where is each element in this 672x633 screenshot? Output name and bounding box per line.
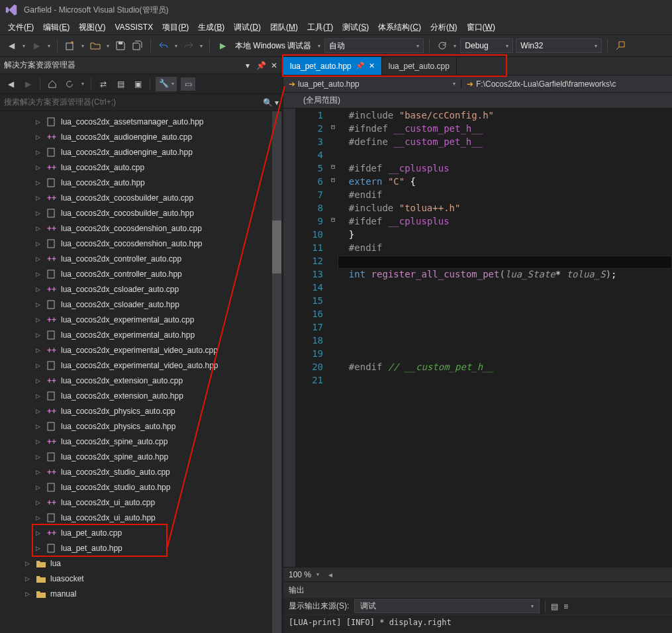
tree-file[interactable]: ▷lua_cocos2dx_spine_auto.hpp bbox=[0, 449, 283, 464]
expand-icon[interactable]: ▷ bbox=[36, 134, 42, 140]
tree-file[interactable]: ▷lua_cocos2dx_cocosdenshion_auto.hpp bbox=[0, 236, 283, 251]
new-project-drop[interactable]: ▾ bbox=[80, 38, 85, 53]
tree-file[interactable]: ▷++lua_cocos2dx_controller_auto.cpp bbox=[0, 251, 283, 266]
solution-config-combo[interactable]: 自动 ▾ bbox=[324, 38, 424, 53]
code-line[interactable]: #endif bbox=[338, 242, 672, 256]
debug-target-drop[interactable]: ▾ bbox=[316, 38, 322, 53]
code-line[interactable]: } bbox=[338, 229, 672, 242]
scope-bar[interactable]: (全局范围) bbox=[283, 93, 672, 109]
tree-file[interactable]: ▷lua_cocos2dx_auto.hpp bbox=[0, 175, 283, 190]
tree-file[interactable]: ▷lua_cocos2dx_experimental_auto.hpp bbox=[0, 327, 283, 342]
fold-margin[interactable]: ⊟⊟⊟⊟ bbox=[328, 109, 338, 567]
expand-icon[interactable]: ▷ bbox=[36, 286, 42, 293]
expand-icon[interactable]: ▷ bbox=[36, 362, 42, 369]
expand-icon[interactable]: ▷ bbox=[36, 454, 42, 460]
expand-icon[interactable]: ▷ bbox=[36, 377, 42, 384]
save-icon[interactable] bbox=[113, 38, 128, 53]
sln-back-icon[interactable]: ◀ bbox=[4, 77, 17, 91]
code-line[interactable] bbox=[338, 375, 672, 388]
expand-icon[interactable]: ▷ bbox=[36, 301, 42, 308]
nav-back-icon[interactable]: ◀ bbox=[4, 38, 19, 53]
sln-home-icon[interactable] bbox=[46, 77, 59, 91]
tree-folder[interactable]: ▷luasocket bbox=[0, 571, 283, 586]
sln-collapse-icon[interactable]: ▤ bbox=[114, 77, 127, 91]
menu-item[interactable]: 窗口(W) bbox=[463, 21, 499, 34]
menu-item[interactable]: 体系结构(C) bbox=[374, 21, 425, 34]
nav-path-segment[interactable]: ➔ F:\Cocos2dx-Lua\Garfield\frameworks\c bbox=[461, 79, 672, 89]
expand-icon[interactable]: ▷ bbox=[36, 514, 42, 521]
code-line[interactable]: #define __custom_pet_h__ bbox=[338, 136, 672, 150]
expand-icon[interactable]: ▷ bbox=[36, 438, 42, 445]
expand-icon[interactable]: ▷ bbox=[36, 484, 42, 491]
sln-preview-icon[interactable]: ▭ bbox=[181, 77, 195, 91]
menu-item[interactable]: VASSISTX bbox=[111, 21, 157, 33]
sln-refresh-drop[interactable]: ▾ bbox=[80, 77, 85, 91]
code-line[interactable] bbox=[338, 348, 672, 362]
start-debug-icon[interactable]: ▶ bbox=[215, 38, 230, 53]
expand-icon[interactable]: ▷ bbox=[36, 240, 42, 247]
fold-toggle[interactable]: ⊟ bbox=[328, 176, 338, 189]
tree-file[interactable]: ▷++lua_cocos2dx_cocosbuilder_auto.cpp bbox=[0, 190, 283, 205]
code-line[interactable] bbox=[338, 322, 672, 335]
undo-drop[interactable]: ▾ bbox=[173, 38, 179, 53]
save-all-icon[interactable] bbox=[130, 38, 145, 53]
menu-item[interactable]: 视图(V) bbox=[75, 21, 109, 34]
code-line[interactable] bbox=[338, 282, 672, 295]
menu-item[interactable]: 编辑(E) bbox=[39, 21, 73, 34]
platform-combo[interactable]: Win32 ▾ bbox=[516, 38, 602, 53]
sln-sync-icon[interactable]: ⇄ bbox=[97, 77, 110, 91]
expand-icon[interactable]: ▷ bbox=[36, 256, 42, 262]
open-file-drop[interactable]: ▾ bbox=[105, 38, 111, 53]
output-toggle-icon[interactable]: ≡ bbox=[563, 602, 568, 611]
debug-target-label[interactable]: 本地 Windows 调试器 bbox=[232, 40, 314, 52]
solution-tree[interactable]: ▷lua_cocos2dx_assetsmanager_auto.hpp▷++l… bbox=[0, 111, 283, 633]
panel-close-icon[interactable]: ✕ bbox=[269, 61, 279, 70]
code-line[interactable] bbox=[338, 150, 672, 163]
menu-item[interactable]: 团队(M) bbox=[266, 21, 302, 34]
code-editor[interactable]: 123456789101112131415161718192021 ⊟⊟⊟⊟ #… bbox=[283, 109, 672, 567]
open-file-icon[interactable] bbox=[88, 38, 103, 53]
code-line[interactable] bbox=[338, 295, 672, 309]
nav-fwd-drop[interactable]: ▾ bbox=[46, 38, 52, 53]
expand-icon[interactable]: ▷ bbox=[36, 271, 42, 277]
code-content[interactable]: #include "base/ccConfig.h" #ifndef __cus… bbox=[338, 109, 672, 567]
nav-back-drop[interactable]: ▾ bbox=[21, 38, 26, 53]
find-icon[interactable] bbox=[613, 38, 628, 53]
tree-file[interactable]: ▷lua_cocos2dx_physics_auto.hpp bbox=[0, 418, 283, 434]
tree-scrollbar-thumb[interactable] bbox=[272, 220, 281, 273]
menu-item[interactable]: 文件(F) bbox=[4, 21, 38, 34]
tree-folder[interactable]: ▷manual bbox=[0, 586, 283, 601]
tree-file[interactable]: ▷++lua_cocos2dx_ui_auto.cpp bbox=[0, 495, 283, 510]
expand-icon[interactable]: ▷ bbox=[36, 210, 42, 217]
tree-file[interactable]: ▷++lua_cocos2dx_physics_auto.cpp bbox=[0, 403, 283, 418]
code-line[interactable]: #ifdef __cplusplus bbox=[338, 163, 672, 176]
code-line[interactable]: int register_all_custom_pet(lua_State* t… bbox=[338, 269, 672, 282]
tree-file[interactable]: ▷lua_cocos2dx_ui_auto.hpp bbox=[0, 510, 283, 525]
tree-file[interactable]: ▷++lua_cocos2dx_auto.cpp bbox=[0, 160, 283, 175]
menu-item[interactable]: 生成(B) bbox=[194, 21, 228, 34]
zoom-drop-icon[interactable]: ▾ bbox=[316, 571, 319, 577]
expand-icon[interactable]: ▷ bbox=[36, 393, 42, 399]
zoom-arrow-icon[interactable]: ◂ bbox=[328, 570, 332, 579]
tree-file[interactable]: ▷++lua_cocos2dx_studio_auto.cpp bbox=[0, 464, 283, 479]
tree-file[interactable]: ▷++lua_cocos2dx_experimental_video_auto.… bbox=[0, 342, 283, 358]
tree-scrollbar-track[interactable] bbox=[272, 111, 281, 633]
output-clear-icon[interactable]: ▤ bbox=[551, 602, 558, 611]
expand-icon[interactable]: ▷ bbox=[36, 119, 42, 125]
zoom-value[interactable]: 100 % bbox=[289, 570, 311, 579]
config-combo[interactable]: Debug ▾ bbox=[460, 38, 513, 53]
refresh-icon[interactable] bbox=[435, 38, 450, 53]
expand-icon[interactable]: ▷ bbox=[36, 499, 42, 506]
sln-properties-drop[interactable]: ▾ bbox=[170, 77, 175, 91]
expand-icon[interactable]: ▷ bbox=[36, 149, 42, 156]
expand-icon[interactable]: ▷ bbox=[25, 591, 32, 597]
code-line[interactable]: extern "C" { bbox=[338, 176, 672, 189]
new-project-icon[interactable] bbox=[63, 38, 77, 53]
output-source-combo[interactable]: 调试 ▾ bbox=[354, 599, 540, 613]
tree-file[interactable]: ▷lua_cocos2dx_assetsmanager_auto.hpp bbox=[0, 114, 283, 129]
undo-icon[interactable] bbox=[156, 38, 171, 53]
menu-item[interactable]: 工具(T) bbox=[303, 21, 337, 34]
fold-toggle[interactable]: ⊟ bbox=[328, 216, 338, 229]
expand-icon[interactable]: ▷ bbox=[36, 225, 42, 232]
menu-item[interactable]: 项目(P) bbox=[158, 21, 193, 34]
